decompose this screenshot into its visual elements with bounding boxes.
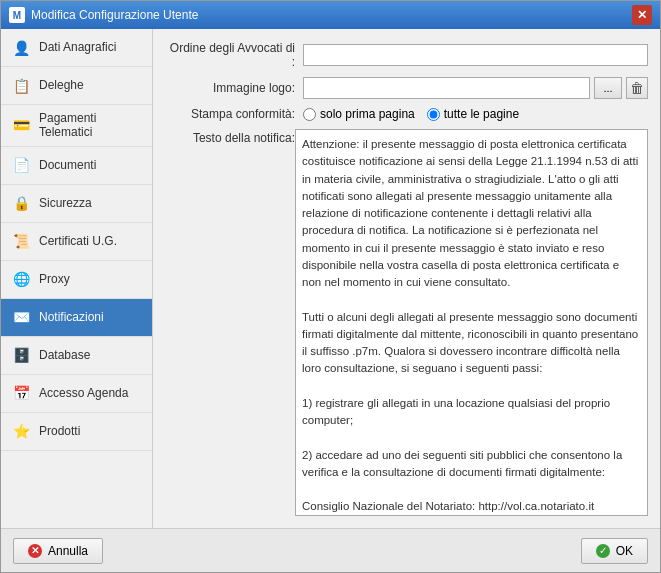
sidebar-label-pagamenti-telematici: Pagamenti Telematici [39,111,144,140]
sidebar-label-accesso-agenda: Accesso Agenda [39,386,128,400]
window-title: Modifica Configurazione Utente [31,8,198,22]
radio-tutte-pagine[interactable]: tutte le pagine [427,107,519,121]
stampa-row: Stampa conformità: solo prima pagina tut… [165,107,648,121]
logo-input[interactable] [303,77,590,99]
immagine-row: Immagine logo: ... 🗑 [165,77,648,99]
sidebar-icon-sicurezza: 🔒 [9,191,33,215]
ok-label: OK [616,544,633,558]
title-bar: M Modifica Configurazione Utente ✕ [1,1,660,29]
testo-textarea[interactable] [295,129,648,516]
sidebar-icon-database: 🗄️ [9,343,33,367]
stampa-label: Stampa conformità: [165,107,295,121]
sidebar-item-sicurezza[interactable]: 🔒Sicurezza [1,185,152,223]
radio-tutte-pagine-label: tutte le pagine [444,107,519,121]
sidebar-label-prodotti: Prodotti [39,424,80,438]
sidebar-label-proxy: Proxy [39,272,70,286]
ordine-label: Ordine degli Avvocati di : [165,41,295,69]
sidebar-item-prodotti[interactable]: ⭐Prodotti [1,413,152,451]
ordine-input[interactable] [303,44,648,66]
ok-button[interactable]: ✓ OK [581,538,648,564]
radio-tutte-pagine-input[interactable] [427,108,440,121]
close-button[interactable]: ✕ [632,5,652,25]
sidebar-icon-deleghe: 📋 [9,74,33,98]
annulla-icon: ✕ [28,544,42,558]
sidebar-icon-prodotti: ⭐ [9,419,33,443]
sidebar-item-deleghe[interactable]: 📋Deleghe [1,67,152,105]
sidebar-icon-pagamenti-telematici: 💳 [9,113,33,137]
annulla-button[interactable]: ✕ Annulla [13,538,103,564]
window-icon: M [9,7,25,23]
sidebar-item-notificazioni[interactable]: ✉️Notificazioni [1,299,152,337]
bottom-bar: ✕ Annulla ✓ OK [1,528,660,572]
sidebar-label-notificazioni: Notificazioni [39,310,104,324]
testo-row: Testo della notifica: [165,129,648,516]
sidebar-item-database[interactable]: 🗄️Database [1,337,152,375]
sidebar-icon-dati-anagrafici: 👤 [9,36,33,60]
title-bar-left: M Modifica Configurazione Utente [9,7,198,23]
sidebar-icon-accesso-agenda: 📅 [9,381,33,405]
radio-solo-prima[interactable]: solo prima pagina [303,107,415,121]
radio-solo-prima-label: solo prima pagina [320,107,415,121]
window-body: 👤Dati Anagrafici📋Deleghe💳Pagamenti Telem… [1,29,660,528]
sidebar-label-database: Database [39,348,90,362]
sidebar-icon-notificazioni: ✉️ [9,305,33,329]
sidebar-label-dati-anagrafici: Dati Anagrafici [39,40,116,54]
sidebar-icon-certificati-ug: 📜 [9,229,33,253]
main-window: M Modifica Configurazione Utente ✕ 👤Dati… [0,0,661,573]
sidebar-label-documenti: Documenti [39,158,96,172]
browse-button[interactable]: ... [594,77,622,99]
main-content: Ordine degli Avvocati di : Immagine logo… [153,29,660,528]
sidebar-label-deleghe: Deleghe [39,78,84,92]
sidebar-icon-documenti: 📄 [9,153,33,177]
sidebar-item-proxy[interactable]: 🌐Proxy [1,261,152,299]
sidebar-item-accesso-agenda[interactable]: 📅Accesso Agenda [1,375,152,413]
ok-icon: ✓ [596,544,610,558]
delete-button[interactable]: 🗑 [626,77,648,99]
sidebar: 👤Dati Anagrafici📋Deleghe💳Pagamenti Telem… [1,29,153,528]
sidebar-icon-proxy: 🌐 [9,267,33,291]
sidebar-item-dati-anagrafici[interactable]: 👤Dati Anagrafici [1,29,152,67]
sidebar-item-pagamenti-telematici[interactable]: 💳Pagamenti Telematici [1,105,152,147]
annulla-label: Annulla [48,544,88,558]
sidebar-label-sicurezza: Sicurezza [39,196,92,210]
sidebar-label-certificati-ug: Certificati U.G. [39,234,117,248]
sidebar-item-documenti[interactable]: 📄Documenti [1,147,152,185]
radio-solo-prima-input[interactable] [303,108,316,121]
testo-label: Testo della notifica: [165,129,295,516]
radio-group: solo prima pagina tutte le pagine [303,107,519,121]
sidebar-item-certificati-ug[interactable]: 📜Certificati U.G. [1,223,152,261]
immagine-label: Immagine logo: [165,81,295,95]
delete-icon: 🗑 [630,80,644,96]
ordine-row: Ordine degli Avvocati di : [165,41,648,69]
